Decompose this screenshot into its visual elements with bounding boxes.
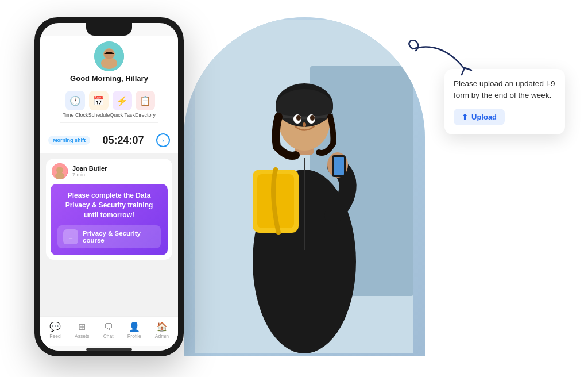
quick-action-quick-task[interactable]: ⚡ Quick Task [110,91,135,118]
svg-point-8 [276,89,333,126]
course-button[interactable]: ≡ Privacy & Security course [57,225,161,248]
feed-nav-label: Feed [49,333,60,339]
message-text: Please complete the Data Privacy & Secur… [57,191,161,220]
time-clock-icon: 🕐 [65,91,85,110]
assets-nav-label: Assets [75,333,90,339]
sender-avatar [52,163,68,179]
feed-area: Joan Butler 7 min Please complete the Da… [40,153,178,316]
bottom-nav: 💬 Feed ⊞ Assets 🗨 Chat 👤 Profile 🏠 [40,316,178,346]
message-header: Joan Butler 7 min [46,159,172,184]
quick-action-directory[interactable]: 📋 Directory [135,91,156,118]
quick-task-icon: ⚡ [113,91,132,110]
phone-content: Good Morning, Hillary 🕐 Time Clock 📅 Sch… [40,36,178,351]
quick-action-schedule[interactable]: 📅 Schedule [88,91,110,118]
svg-point-13 [303,122,306,127]
shift-bar: Morning shift 05:24:07 › [40,128,178,153]
chat-nav-label: Chat [103,333,114,339]
message-body: Please complete the Data Privacy & Secur… [51,184,168,255]
nav-assets[interactable]: ⊞ Assets [75,321,90,339]
shift-next-button[interactable]: › [156,133,170,147]
shift-badge: Morning shift [48,136,90,145]
shift-time: 05:24:07 [102,134,144,147]
home-indicator [86,348,132,351]
nav-admin[interactable]: 🏠 Admin [155,321,169,339]
schedule-label: Schedule [88,112,110,118]
profile-nav-label: Profile [127,333,141,339]
nav-profile[interactable]: 👤 Profile [127,321,141,339]
svg-point-11 [296,115,301,121]
schedule-icon: 📅 [89,91,109,110]
sender-name: Joan Butler [72,165,107,172]
assets-nav-icon: ⊞ [78,321,86,332]
feed-nav-icon: 💬 [49,321,61,332]
upload-label: Upload [471,113,497,121]
greeting-text: Good Morning, Hillary [70,74,148,83]
hero-arch [184,17,425,356]
course-icon: ≡ [63,229,78,244]
hero-image [184,17,425,356]
chat-nav-icon: 🗨 [104,322,113,332]
nav-feed[interactable]: 💬 Feed [49,321,61,339]
nav-chat[interactable]: 🗨 Chat [103,322,114,339]
profile-nav-icon: 👤 [129,321,140,332]
admin-nav-label: Admin [155,333,169,339]
message-card: Joan Butler 7 min Please complete the Da… [46,159,172,260]
sender-info: Joan Butler 7 min [72,165,107,178]
upload-icon: ⬆ [462,113,468,121]
time-clock-label: Time Clock [63,112,88,118]
directory-label: Directory [135,112,156,118]
quick-task-label: Quick Task [110,112,135,118]
directory-icon: 📋 [136,91,155,110]
svg-rect-16 [334,157,344,175]
message-time: 7 min [72,172,107,178]
avatar [94,41,124,71]
course-label: Privacy & Security course [83,230,155,244]
profile-section: Good Morning, Hillary 🕐 Time Clock 📅 Sch… [40,36,178,128]
arrow-decoration [407,40,476,86]
upload-button[interactable]: ⬆ Upload [454,109,505,125]
phone-notch [86,23,132,36]
svg-point-12 [310,115,315,121]
quick-action-time-clock[interactable]: 🕐 Time Clock [63,91,88,118]
svg-point-24 [55,172,64,179]
admin-nav-icon: 🏠 [156,321,168,332]
phone-screen: Good Morning, Hillary 🕐 Time Clock 📅 Sch… [40,23,178,351]
quick-actions-bar: 🕐 Time Clock 📅 Schedule ⚡ Quick Task 📋 D… [60,89,158,123]
phone-frame: Good Morning, Hillary 🕐 Time Clock 📅 Sch… [34,17,184,356]
